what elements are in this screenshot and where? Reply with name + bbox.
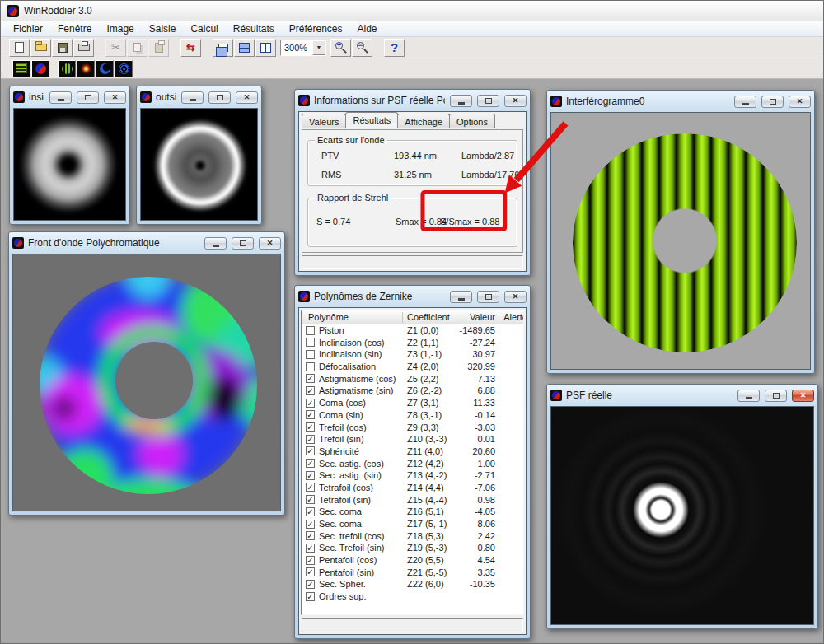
zernike-window-titlebar[interactable]: Polynômes de Zernike ✕ xyxy=(298,287,527,306)
minimize-button[interactable] xyxy=(450,291,472,303)
checkbox-checked[interactable]: ✓ xyxy=(306,386,315,395)
column-header-alerte[interactable]: Alerte xyxy=(486,312,524,322)
zernike-row[interactable]: ✓Sec. comaZ16 (5,1)-4.05 xyxy=(302,506,523,518)
zoom-in-button[interactable]: + xyxy=(330,39,351,57)
zernike-row[interactable]: DéfocalisationZ4 (2,0)320.99 xyxy=(302,361,523,373)
checkbox-checked[interactable]: ✓ xyxy=(306,580,315,589)
menu-calcul[interactable]: Calcul xyxy=(183,21,225,36)
checkbox-checked[interactable]: ✓ xyxy=(306,592,315,601)
tab-options[interactable]: Options xyxy=(449,114,495,128)
inside-window-titlebar[interactable]: insid... ✕ xyxy=(13,88,126,106)
restore-button[interactable] xyxy=(765,390,787,402)
zernike-row[interactable]: ✓Sec. astig. (sin)Z13 (4,-2)-2.71 xyxy=(302,469,523,482)
psf-window-titlebar[interactable]: PSF réelle ✕ xyxy=(550,386,814,404)
app-titlebar[interactable]: WinRoddier 3.0 xyxy=(1,1,823,21)
zernike-row[interactable]: ✓Tetrafoil (cos)Z14 (4,4)-7.06 xyxy=(302,482,523,494)
minimize-button[interactable] xyxy=(734,96,756,108)
print-button[interactable] xyxy=(73,39,94,57)
checkbox-checked[interactable]: ✓ xyxy=(306,446,315,455)
checkbox-checked[interactable]: ✓ xyxy=(306,544,315,553)
refresh-button[interactable]: ⇆ xyxy=(180,39,201,57)
checkbox-unchecked[interactable] xyxy=(306,350,315,359)
menu-resultats[interactable]: Résultats xyxy=(226,21,282,36)
restore-button[interactable] xyxy=(77,91,99,104)
restore-button[interactable] xyxy=(208,91,231,104)
menu-aide[interactable]: Aide xyxy=(350,21,385,36)
checkbox-checked[interactable]: ✓ xyxy=(306,435,315,444)
minimize-button[interactable] xyxy=(49,91,72,104)
zernike-row[interactable]: ✓SphéricitéZ11 (4,0)20.60 xyxy=(302,446,523,458)
close-button[interactable]: ✕ xyxy=(504,291,527,303)
zernike-row[interactable]: ✓Sec. trefoil (cos)Z18 (5,3)2.42 xyxy=(302,530,523,543)
restore-button[interactable] xyxy=(232,237,254,250)
checkbox-checked[interactable]: ✓ xyxy=(306,399,315,408)
zernike-row[interactable]: ✓Pentafoil (cos)Z20 (5,5)4.54 xyxy=(302,554,523,567)
menu-fenetre[interactable]: Fenêtre xyxy=(50,21,99,36)
copy-button[interactable] xyxy=(127,39,147,57)
zernike-row[interactable]: ✓Trefoil (cos)Z9 (3,3)-3.03 xyxy=(302,422,523,434)
zoom-out-button[interactable]: − xyxy=(352,39,372,57)
checkbox-checked[interactable]: ✓ xyxy=(306,422,315,432)
checkbox-checked[interactable]: ✓ xyxy=(306,556,315,565)
checkbox-checked[interactable]: ✓ xyxy=(306,374,315,383)
zernike-row[interactable]: ✓Tetrafoil (sin)Z15 (4,-4)0.98 xyxy=(302,494,523,506)
interferogram-window-titlebar[interactable]: Interférogramme0 ✕ xyxy=(550,92,811,110)
synthetic-psf-view-button[interactable] xyxy=(115,60,133,77)
zernike-row[interactable]: ✓Ordres sup. xyxy=(302,590,523,603)
zernike-row[interactable]: ✓Sec. comaZ17 (5,-1)-8.06 xyxy=(302,518,523,530)
pupil-view-button[interactable] xyxy=(96,60,114,77)
tab-resultats[interactable]: Résultats xyxy=(345,112,398,128)
logo-view-button[interactable] xyxy=(31,60,49,77)
restore-button[interactable] xyxy=(477,95,499,107)
restore-button[interactable] xyxy=(761,96,784,108)
zernike-row[interactable]: ✓Trefoil (sin)Z10 (3,-3)0.01 xyxy=(302,433,523,446)
new-button[interactable] xyxy=(9,39,30,57)
paste-button[interactable] xyxy=(148,39,169,57)
close-button[interactable]: ✕ xyxy=(236,91,258,104)
checkbox-unchecked[interactable] xyxy=(306,338,315,347)
checkbox-checked[interactable]: ✓ xyxy=(306,507,315,516)
menu-image[interactable]: Image xyxy=(99,21,141,36)
tab-affichage[interactable]: Affichage xyxy=(397,114,450,128)
close-button[interactable]: ✕ xyxy=(104,91,126,104)
zernike-row[interactable]: Inclinaison (cos)Z2 (1,1)-27.24 xyxy=(302,337,523,349)
zernike-row[interactable]: PistonZ1 (0,0)-1489.65 xyxy=(302,324,523,337)
outside-window-titlebar[interactable]: outsi... ✕ xyxy=(140,88,258,106)
close-button[interactable]: ✕ xyxy=(789,96,811,108)
zernike-row[interactable]: ✓Sec. Spher.Z22 (6,0)-10.35 xyxy=(302,578,523,590)
save-button[interactable] xyxy=(52,39,73,57)
interferogram-view-button[interactable] xyxy=(58,60,76,77)
minimize-button[interactable] xyxy=(737,390,760,402)
zernike-row[interactable]: ✓Sec. astig. (cos)Z12 (4,2)1.00 xyxy=(302,458,523,470)
checkbox-checked[interactable]: ✓ xyxy=(306,471,315,480)
tab-valeurs[interactable]: Valeurs xyxy=(302,114,346,128)
checkbox-checked[interactable]: ✓ xyxy=(306,495,315,504)
checkbox-checked[interactable]: ✓ xyxy=(306,567,315,576)
tile-vertical-button[interactable] xyxy=(255,39,276,57)
zernike-row[interactable]: ✓Astigmatisme (cos)Z5 (2,2)-7.13 xyxy=(302,373,523,385)
close-button[interactable]: ✕ xyxy=(504,95,527,107)
close-button[interactable]: ✕ xyxy=(259,237,281,250)
zernike-row[interactable]: ✓Astigmatisme (sin)Z6 (2,-2)6.88 xyxy=(302,385,523,397)
checkbox-checked[interactable]: ✓ xyxy=(306,459,315,468)
minimize-button[interactable] xyxy=(450,95,472,107)
zoom-level-combobox[interactable]: 300% ▼ xyxy=(280,40,326,56)
minimize-button[interactable] xyxy=(181,91,204,104)
tile-horizontal-button[interactable] xyxy=(234,39,255,57)
help-button[interactable]: ? xyxy=(384,39,405,57)
checkbox-checked[interactable]: ✓ xyxy=(306,520,315,529)
cut-button[interactable]: ✂ xyxy=(105,39,126,57)
chevron-down-icon[interactable]: ▼ xyxy=(312,40,325,55)
minimize-button[interactable] xyxy=(204,237,227,250)
checkbox-unchecked[interactable] xyxy=(306,326,315,335)
menu-saisie[interactable]: Saisie xyxy=(142,21,184,36)
close-button[interactable]: ✕ xyxy=(792,390,814,402)
open-button[interactable] xyxy=(30,39,51,57)
zernike-row[interactable]: ✓Sec. Trefoil (sin)Z19 (5,-3)0.80 xyxy=(302,542,523,554)
cascade-windows-button[interactable] xyxy=(213,39,233,57)
info-window-titlebar[interactable]: Informations sur PSF réelle Polychro... … xyxy=(298,91,527,110)
checkbox-checked[interactable]: ✓ xyxy=(306,531,315,540)
checkbox-checked[interactable]: ✓ xyxy=(306,410,315,419)
checkbox-unchecked[interactable] xyxy=(306,362,315,371)
wavefront-window-titlebar[interactable]: Front d'onde Polychromatique ✕ xyxy=(12,234,281,252)
